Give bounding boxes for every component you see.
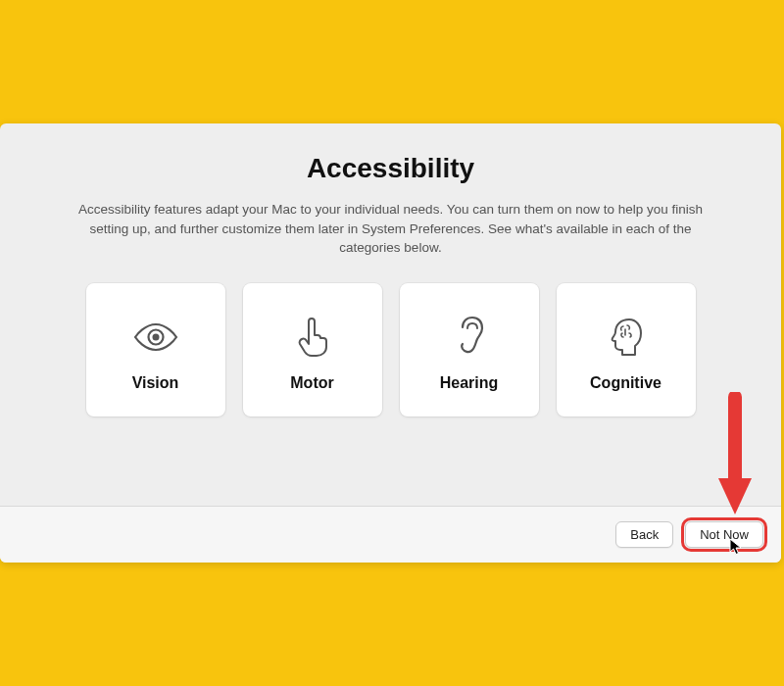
category-cards: Vision Motor Hearing xyxy=(39,283,742,416)
window-content: Accessibility Accessibility features ada… xyxy=(0,123,781,506)
window-footer: Back Not Now xyxy=(0,506,781,563)
back-button[interactable]: Back xyxy=(615,521,673,548)
vision-card[interactable]: Vision xyxy=(86,283,225,416)
not-now-button[interactable]: Not Now xyxy=(685,521,763,548)
page-title: Accessibility xyxy=(39,153,742,184)
card-label: Vision xyxy=(132,374,179,392)
card-label: Cognitive xyxy=(590,374,662,392)
cognitive-card[interactable]: Cognitive xyxy=(557,283,696,416)
ear-icon xyxy=(454,308,485,367)
accessibility-setup-window: Accessibility Accessibility features ada… xyxy=(0,123,781,563)
svg-point-1 xyxy=(152,333,159,340)
hearing-card[interactable]: Hearing xyxy=(400,283,539,416)
motor-card[interactable]: Motor xyxy=(243,283,382,416)
brain-head-icon xyxy=(608,308,645,367)
eye-icon xyxy=(133,308,178,367)
card-label: Motor xyxy=(290,374,333,392)
hand-pointer-icon xyxy=(295,308,330,367)
page-subtitle: Accessibility features adapt your Mac to… xyxy=(77,200,705,258)
card-label: Hearing xyxy=(440,374,499,392)
